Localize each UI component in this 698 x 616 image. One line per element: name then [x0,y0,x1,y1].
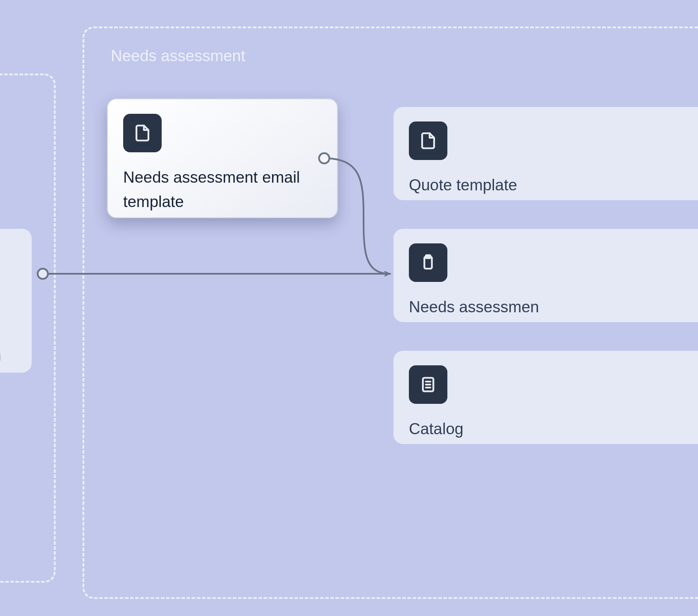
list-icon [409,365,447,404]
node-needs-assessment-form[interactable]: Needs assessmen [393,229,698,322]
node-catalog[interactable]: Catalog [393,351,698,444]
document-icon [409,121,447,160]
clipboard-icon [409,243,447,282]
node-label: Needs assessment email template [123,165,322,214]
node-label: Needs assessmen [409,295,695,319]
node-quote-template[interactable]: Quote template [393,107,698,200]
node-label: m [0,343,1,367]
document-icon [123,114,162,152]
group-title: Needs assessment [111,47,245,65]
diagram-canvas: Needs assessment m Needs assessment emai… [0,0,698,616]
node-label: Catalog [409,417,695,441]
node-label: Quote template [409,173,695,197]
node-partial-left[interactable]: m [0,229,32,373]
node-needs-assessment-email-template[interactable]: Needs assessment email template [107,98,338,218]
